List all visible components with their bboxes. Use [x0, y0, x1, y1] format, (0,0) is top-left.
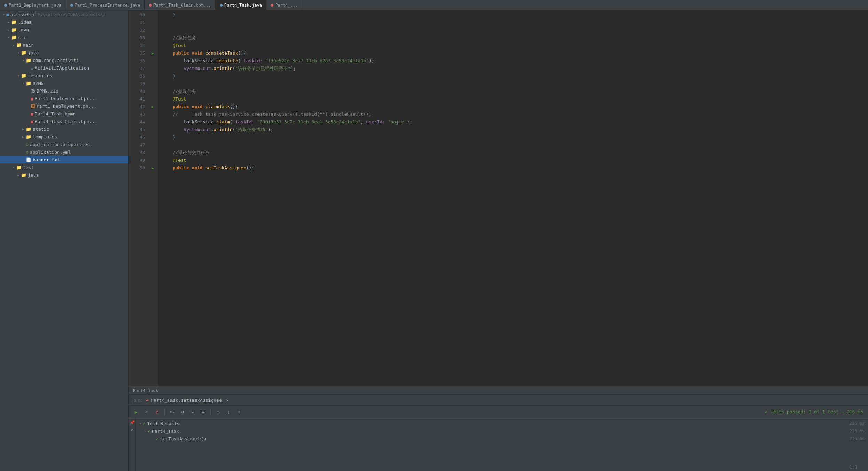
- sidebar-item-activiti7app[interactable]: ▶ ☕ Activiti7Application: [0, 64, 128, 72]
- com-rang-label: com.rang.activiti: [33, 58, 79, 63]
- sidebar-item-java[interactable]: ▾ 📁 java: [0, 49, 128, 56]
- java-file-icon: ☕: [31, 65, 33, 71]
- png-file-icon: 🖼: [31, 104, 35, 109]
- code-line-47: [158, 141, 868, 149]
- code-line-48: //退还与交办任务: [158, 149, 868, 157]
- bpmn-folder-label: BPMN: [33, 81, 43, 86]
- test-arrow: ▾: [11, 166, 16, 169]
- java-arrow: ▾: [16, 51, 21, 55]
- pin-icon[interactable]: 📌: [129, 420, 135, 425]
- method-check-icon: ✓: [156, 436, 159, 441]
- idea-label: .idea: [18, 19, 32, 25]
- code-line-39: [158, 80, 868, 88]
- folder-icon9: 📁: [26, 127, 31, 132]
- folder-icon3: 📁: [11, 35, 17, 40]
- code-line-41: @Test: [158, 95, 868, 103]
- more-button[interactable]: »: [234, 408, 244, 416]
- sidebar-item-part4-task-bpmn[interactable]: ▶ ■ Part4_Task.bpmn: [0, 110, 128, 118]
- project-arrow: ▾: [1, 13, 6, 16]
- sort-duration-button[interactable]: ↓↑: [178, 408, 187, 416]
- sidebar-item-com-rang[interactable]: ▾ 📁 com.rang.activiti: [0, 56, 128, 64]
- resources-arrow: ▾: [16, 74, 21, 78]
- src-label: src: [18, 35, 26, 40]
- code-line-40: //拾取任务: [158, 88, 868, 95]
- run-button-50[interactable]: ▶: [148, 164, 158, 172]
- test-part4-task[interactable]: ▾ ✓ Part4_Task 216 ms: [138, 427, 865, 435]
- project-label: activiti7 F:\software\IDEA\projects\a: [10, 12, 105, 17]
- part4-task-bpmn-label: Part4_Task.bpmn: [35, 111, 75, 117]
- src-arrow: ▾: [6, 35, 11, 39]
- run-close[interactable]: ×: [226, 398, 229, 403]
- project-icon: ◼: [6, 12, 9, 17]
- sidebar-item-bpmn-zip[interactable]: ▶ 🗜 BPMN.zip: [0, 87, 128, 95]
- tab-part4-x[interactable]: Part4_...: [266, 0, 302, 10]
- code-line-46: }: [158, 134, 868, 141]
- sidebar-item-part1-deploy-png[interactable]: ▶ 🖼 Part1_Deployment.pn...: [0, 102, 128, 110]
- sort-alpha-button[interactable]: ↑↓: [167, 408, 176, 416]
- sidebar-item-resources[interactable]: ▾ 📁 resources: [0, 72, 128, 79]
- tab-label: Part4_Task.java: [224, 3, 262, 8]
- test-results-root[interactable]: ▾ ✓ Test Results 216 ms: [138, 420, 865, 427]
- collapse-button[interactable]: ≡: [199, 408, 208, 416]
- yml-icon: ⚙: [26, 150, 29, 155]
- run-button-42[interactable]: ▶: [148, 103, 158, 111]
- txt-icon: 📄: [26, 157, 31, 162]
- rerun-button[interactable]: ✓: [142, 408, 151, 416]
- run-header: Run: ◀ Part4_Task.setTaskAssignee ×: [129, 395, 868, 406]
- app-props-label: application.properties: [30, 142, 90, 147]
- next-fail-button[interactable]: ↓: [224, 408, 233, 416]
- part4-check-icon: ✓: [148, 428, 150, 434]
- tab-part4-task[interactable]: Part4_Task.java: [216, 0, 266, 10]
- test-label: test: [23, 165, 34, 170]
- bpmn-file-icon: ■: [31, 96, 33, 101]
- run-button[interactable]: ▶: [132, 408, 141, 416]
- sidebar-item-bpmn-folder[interactable]: ▾ 📁 BPMN: [0, 79, 128, 87]
- sidebar-item-part1-deploy-bpmn[interactable]: ▶ ■ Part1_Deployment.bpr...: [0, 95, 128, 102]
- bpmn-zip-label: BPMN.zip: [37, 88, 58, 94]
- editor-area: 30 31 32 33 34 35 36 37 38 39 40 41 42 4…: [129, 10, 868, 471]
- settings-icon[interactable]: ⚙: [129, 427, 135, 433]
- bpmn-folder-arrow: ▾: [21, 81, 26, 85]
- main-arrow: ▾: [11, 43, 16, 47]
- expand-button[interactable]: ≡: [188, 408, 197, 416]
- folder-icon12: 📁: [21, 173, 26, 178]
- sidebar-item-part4-task-claim-bpmn[interactable]: ▶ ■ Part4_Task_Claim.bpm...: [0, 118, 128, 125]
- folder-icon4: 📁: [16, 42, 22, 48]
- sidebar-item-app-props[interactable]: ▶ ⚙ application.properties: [0, 141, 128, 148]
- sidebar-item-templates[interactable]: ▶ 📁 templates: [0, 133, 128, 141]
- folder-icon6: 📁: [26, 58, 31, 63]
- java-label: java: [28, 50, 39, 55]
- sidebar-item-banner[interactable]: ▶ 📄 banner.txt: [0, 156, 128, 163]
- code-line-43: // Task task=taskService.createTaskQuery…: [158, 111, 868, 118]
- run-label: Run:: [132, 398, 143, 403]
- part4-task-claim-bpmn-label: Part4_Task_Claim.bpm...: [35, 119, 97, 124]
- sidebar-item-mvn[interactable]: ▶ 📁 .mvn: [0, 26, 128, 33]
- content-area: ▾ ◼ activiti7 F:\software\IDEA\projects\…: [0, 10, 868, 471]
- stop-button[interactable]: ⊘: [152, 408, 161, 416]
- test-set-task-assignee[interactable]: ✓ setTaskAssignee() 216 ms: [138, 435, 865, 442]
- sidebar-item-test[interactable]: ▾ 📁 test: [0, 163, 128, 171]
- bpmn-file-icon2: ■: [31, 111, 33, 117]
- test-java-arrow: ▶: [16, 173, 21, 177]
- static-arrow: ▶: [21, 127, 26, 131]
- project-sidebar: ▾ ◼ activiti7 F:\software\IDEA\projects\…: [0, 10, 129, 471]
- tab-part1-process[interactable]: Part1_ProcessInstance.java: [66, 0, 145, 10]
- run-button-35[interactable]: ▶: [148, 49, 158, 57]
- sidebar-item-static[interactable]: ▶ 📁 static: [0, 125, 128, 133]
- activiti7app-label: Activiti7Application: [35, 65, 89, 71]
- sidebar-item-idea[interactable]: ▶ 📁 .idea: [0, 18, 128, 26]
- code-editor[interactable]: 30 31 32 33 34 35 36 37 38 39 40 41 42 4…: [129, 10, 868, 386]
- tab-label: Part4_...: [275, 3, 298, 8]
- cursor-position: 1:1: [850, 464, 858, 470]
- sidebar-item-src[interactable]: ▾ 📁 src: [0, 33, 128, 41]
- sidebar-item-app-yml[interactable]: ▶ ⚙ application.yml: [0, 148, 128, 156]
- tab-part4-claim[interactable]: Part4_Task_Claim.bpm...: [145, 0, 216, 10]
- set-task-assignee-time: 216 ms: [850, 436, 865, 441]
- sidebar-item-test-java[interactable]: ▶ 📁 java: [0, 171, 128, 179]
- prev-fail-button[interactable]: ↑: [214, 408, 223, 416]
- sidebar-item-project[interactable]: ▾ ◼ activiti7 F:\software\IDEA\projects\…: [0, 10, 128, 18]
- tab-part1-deployment[interactable]: Part1_Deployment.java: [0, 0, 66, 10]
- sidebar-item-main[interactable]: ▾ 📁 main: [0, 41, 128, 49]
- code-content[interactable]: } //执行任务 @Test: [158, 10, 868, 386]
- passed-message: ✓ Tests passed: 1 of 1 test – 216 ms: [765, 409, 863, 414]
